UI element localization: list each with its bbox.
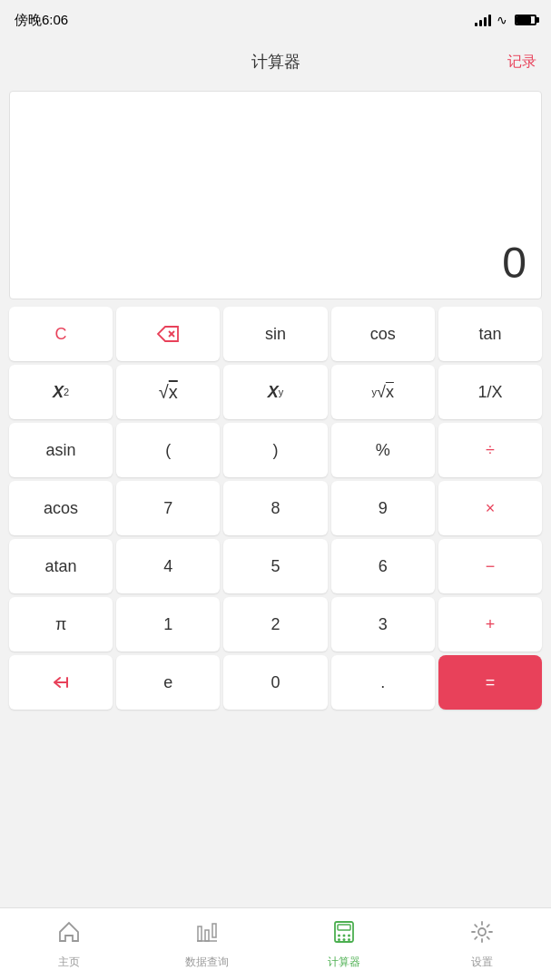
nav-item-calculator[interactable]: 计算器 <box>276 919 414 970</box>
header: 计算器 记录 <box>0 40 551 83</box>
status-icons: ∿ <box>475 13 536 27</box>
key-clear[interactable]: C <box>9 307 113 361</box>
key-asin[interactable]: asin <box>9 423 113 477</box>
key-atan[interactable]: atan <box>9 539 113 593</box>
battery-icon <box>515 15 536 25</box>
settings-icon <box>469 919 495 951</box>
keypad-row-2: asin()%÷ <box>9 423 542 477</box>
key-6[interactable]: 6 <box>331 539 435 593</box>
data-query-label: 数据查询 <box>185 955 229 970</box>
svg-point-12 <box>343 938 346 941</box>
key-back-arrow[interactable] <box>9 655 113 710</box>
key-equals[interactable]: = <box>438 655 542 710</box>
key-3[interactable]: 3 <box>331 597 435 652</box>
svg-point-14 <box>478 928 486 936</box>
svg-rect-7 <box>338 925 350 930</box>
key-5[interactable]: 5 <box>223 539 327 593</box>
calculator-label: 计算器 <box>328 955 360 970</box>
key-sqrt[interactable]: √x <box>116 365 220 419</box>
svg-rect-2 <box>198 926 202 941</box>
nav-item-settings[interactable]: 设置 <box>413 919 551 970</box>
nav-item-data-query[interactable]: 数据查询 <box>138 919 276 970</box>
settings-label: 设置 <box>471 955 493 970</box>
key-9[interactable]: 9 <box>331 481 435 535</box>
key-percent[interactable]: % <box>331 423 435 477</box>
keypad-row-3: acos789× <box>9 481 542 535</box>
status-bar: 傍晚6:06 ∿ <box>0 0 551 40</box>
key-8[interactable]: 8 <box>223 481 327 535</box>
svg-point-13 <box>348 938 350 941</box>
status-time: 傍晚6:06 <box>15 12 68 29</box>
key-2[interactable]: 2 <box>223 597 327 652</box>
keypad-row-6: e0.= <box>9 655 542 710</box>
key-divide[interactable]: ÷ <box>438 423 542 477</box>
keypad-row-0: C sincostan <box>9 307 542 361</box>
key-acos[interactable]: acos <box>9 481 113 535</box>
key-add[interactable]: + <box>438 597 542 652</box>
key-7[interactable]: 7 <box>116 481 220 535</box>
key-x-squared[interactable]: X2 <box>9 365 113 419</box>
key-tan[interactable]: tan <box>438 307 542 361</box>
svg-point-8 <box>338 934 340 936</box>
svg-rect-4 <box>212 924 216 937</box>
keypad: C sincostanX2√xXyy√x1/Xasin()%÷acos789×a… <box>9 307 542 710</box>
display-value: 0 <box>487 227 541 299</box>
signal-icon <box>475 14 491 26</box>
svg-point-10 <box>348 934 350 936</box>
key-reciprocal[interactable]: 1/X <box>438 365 542 419</box>
key-euler[interactable]: e <box>116 655 220 710</box>
key-y-root-x[interactable]: y√x <box>331 365 435 419</box>
home-icon <box>56 919 82 951</box>
key-subtract[interactable]: − <box>438 539 542 593</box>
page-title: 计算器 <box>251 51 300 73</box>
keypad-row-5: π123+ <box>9 597 542 652</box>
nav-item-home[interactable]: 主页 <box>0 919 138 970</box>
display-area: 0 <box>9 91 542 299</box>
key-1[interactable]: 1 <box>116 597 220 652</box>
key-4[interactable]: 4 <box>116 539 220 593</box>
key-0[interactable]: 0 <box>223 655 327 710</box>
key-pi[interactable]: π <box>9 597 113 652</box>
key-decimal[interactable]: . <box>331 655 435 710</box>
key-sin[interactable]: sin <box>223 307 327 361</box>
calculator-icon <box>331 919 357 951</box>
key-x-power-y[interactable]: Xy <box>223 365 327 419</box>
key-multiply[interactable]: × <box>438 481 542 535</box>
key-close-paren[interactable]: ) <box>223 423 327 477</box>
key-backspace[interactable] <box>116 307 220 361</box>
key-cos[interactable]: cos <box>331 307 435 361</box>
home-label: 主页 <box>58 955 80 970</box>
svg-point-11 <box>338 938 340 941</box>
data-query-icon <box>194 919 220 951</box>
record-button[interactable]: 记录 <box>507 53 536 72</box>
bottom-nav: 主页 数据查询 计算器 <box>0 907 551 980</box>
svg-point-9 <box>343 934 346 936</box>
keypad-row-4: atan456− <box>9 539 542 593</box>
svg-rect-3 <box>205 930 209 941</box>
keypad-row-1: X2√xXyy√x1/X <box>9 365 542 419</box>
wifi-icon: ∿ <box>497 13 507 27</box>
key-open-paren[interactable]: ( <box>116 423 220 477</box>
